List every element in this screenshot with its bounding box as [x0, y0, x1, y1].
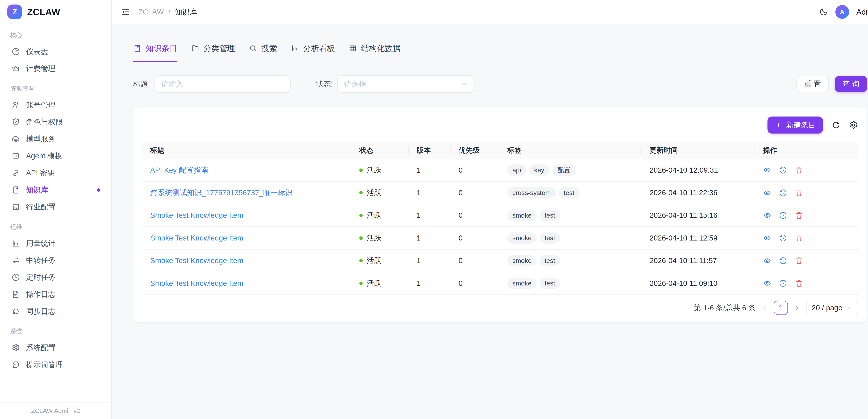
tags-cell: apikey配置 — [499, 159, 642, 181]
row-actions — [763, 279, 851, 288]
delete-trash-icon[interactable] — [795, 234, 803, 242]
tag-badge: test — [559, 187, 579, 198]
sidebar-item-prompt-management[interactable]: 提示词管理 — [7, 356, 104, 373]
tab-category-management[interactable]: 分类管理 — [191, 43, 235, 62]
status-label: 活跃 — [367, 210, 381, 220]
user-name[interactable]: Admin — [856, 8, 868, 16]
search-button[interactable]: 查 询 — [835, 76, 867, 92]
crown-icon — [11, 64, 20, 73]
avatar[interactable]: A — [835, 5, 849, 19]
history-icon[interactable] — [779, 279, 787, 288]
delete-trash-icon[interactable] — [795, 188, 803, 197]
pagination-next-icon[interactable] — [794, 305, 800, 311]
history-icon[interactable] — [779, 188, 787, 197]
item-title-link[interactable]: Smoke Test Knowledge Item — [150, 279, 243, 288]
delete-trash-icon[interactable] — [795, 211, 803, 220]
reset-button[interactable]: 重 置 — [797, 76, 829, 92]
sidebar-item-dashboard[interactable]: 仪表盘 — [7, 43, 104, 60]
breadcrumb-separator: / — [168, 8, 170, 16]
sidebar-item-label: 同步日志 — [26, 306, 56, 317]
breadcrumb-root[interactable]: ZCLAW — [138, 8, 164, 16]
sidebar-item-label: 中转任务 — [26, 255, 56, 265]
pagination-total: 第 1-6 条/总共 6 条 — [694, 303, 756, 313]
sidebar-item-accounts[interactable]: 账号管理 — [7, 96, 104, 114]
tag-badge: test — [539, 232, 560, 244]
active-indicator-dot — [97, 188, 100, 192]
view-eye-icon[interactable] — [763, 279, 772, 288]
history-icon[interactable] — [779, 257, 787, 265]
column-settings-gear-icon[interactable] — [849, 120, 858, 129]
status-dot-icon — [359, 282, 363, 285]
sidebar-item-system-config[interactable]: 系统配置 — [7, 339, 104, 356]
pagination: 第 1-6 条/总共 6 条 1 20 / page — [142, 295, 858, 321]
sidebar-item-cron-tasks[interactable]: 定时任务 — [7, 269, 104, 286]
item-title-link[interactable]: Smoke Test Knowledge Item — [150, 257, 243, 265]
version-value: 1 — [409, 272, 451, 295]
tab-structured-data[interactable]: 结构化数据 — [349, 43, 401, 62]
sidebar-item-label: 知识库 — [26, 185, 48, 195]
pagination-prev-icon[interactable] — [761, 305, 768, 311]
api-key-icon — [11, 169, 20, 177]
sidebar-item-agent-templates[interactable]: Agent 模板 — [7, 147, 104, 164]
item-title-link[interactable]: API Key 配置指南 — [150, 166, 208, 174]
robot-icon — [11, 151, 20, 160]
sidebar-item-roles-permissions[interactable]: 角色与权限 — [7, 114, 104, 130]
swap-icon — [11, 256, 20, 265]
topbar-left: ZCLAW / 知识库 — [121, 7, 197, 17]
breadcrumb: ZCLAW / 知识库 — [138, 7, 197, 17]
sidebar-item-usage-stats[interactable]: 用量统计 — [7, 235, 104, 252]
chart-icon — [291, 44, 299, 53]
version-value: 1 — [409, 249, 451, 272]
folder-icon — [191, 44, 199, 53]
item-title-link[interactable]: 跨系统测试知识_1775791356737_唯一标识 — [150, 188, 293, 197]
sidebar-item-model-services[interactable]: 模型服务 — [7, 130, 104, 148]
status-dot-icon — [359, 191, 363, 194]
sidebar-item-industry-config[interactable]: 行业配置 — [7, 199, 104, 215]
sidebar-item-knowledge-base[interactable]: 知识库 — [7, 181, 104, 199]
page-size-select[interactable]: 20 / page — [806, 301, 858, 315]
sidebar-item-label: API 密钥 — [26, 168, 55, 178]
history-icon[interactable] — [779, 211, 787, 220]
refresh-icon[interactable] — [832, 120, 841, 129]
delete-trash-icon[interactable] — [795, 257, 803, 265]
sidebar-item-sync-logs[interactable]: 同步日志 — [7, 303, 104, 320]
dark-mode-moon-icon[interactable] — [819, 7, 828, 16]
app-root: Z ZCLAW 核心 仪表盘 计费管理 资源管理 账号管理 角色与权限 — [0, 0, 868, 419]
sidebar-item-label: 行业配置 — [26, 202, 56, 212]
view-eye-icon[interactable] — [763, 234, 772, 242]
sidebar-item-api-keys[interactable]: API 密钥 — [7, 164, 104, 181]
users-icon — [11, 100, 20, 110]
status-filter-select[interactable]: 请选择 — [337, 75, 473, 93]
cloud-server-icon — [11, 134, 20, 143]
tab-search[interactable]: 搜索 — [249, 43, 277, 62]
history-icon[interactable] — [779, 166, 787, 174]
priority-value: 0 — [451, 249, 499, 272]
updated-time: 2026-04-10 11:11:57 — [642, 249, 755, 272]
create-item-button[interactable]: 新建条目 — [768, 117, 823, 133]
tag-badge: key — [529, 164, 549, 176]
item-title-link[interactable]: Smoke Test Knowledge Item — [150, 211, 243, 219]
tab-analytics[interactable]: 分析看板 — [291, 43, 335, 62]
status-badge: 活跃 — [359, 278, 401, 289]
history-icon[interactable] — [779, 234, 787, 242]
delete-trash-icon[interactable] — [795, 279, 803, 288]
sidebar-item-label: 仪表盘 — [26, 47, 48, 57]
tab-knowledge-items[interactable]: 知识条目 — [133, 43, 178, 62]
pagination-page-1[interactable]: 1 — [774, 301, 788, 315]
view-eye-icon[interactable] — [763, 257, 772, 265]
item-title-link[interactable]: Smoke Test Knowledge Item — [150, 234, 243, 242]
gauge-icon — [11, 47, 20, 56]
delete-trash-icon[interactable] — [795, 166, 803, 174]
status-dot-icon — [359, 169, 363, 172]
version-value: 1 — [409, 227, 451, 249]
sidebar-collapse-icon[interactable] — [121, 7, 130, 16]
view-eye-icon[interactable] — [763, 211, 772, 220]
sidebar-section-label: 运维 — [10, 223, 101, 231]
sidebar-item-billing[interactable]: 计费管理 — [7, 60, 104, 77]
topbar-right: A Admin — [819, 5, 868, 19]
sidebar-item-operation-logs[interactable]: 操作日志 — [7, 286, 104, 303]
view-eye-icon[interactable] — [763, 188, 772, 197]
view-eye-icon[interactable] — [763, 166, 772, 174]
sidebar-item-relay-tasks[interactable]: 中转任务 — [7, 252, 104, 269]
title-filter-input[interactable] — [155, 75, 290, 93]
